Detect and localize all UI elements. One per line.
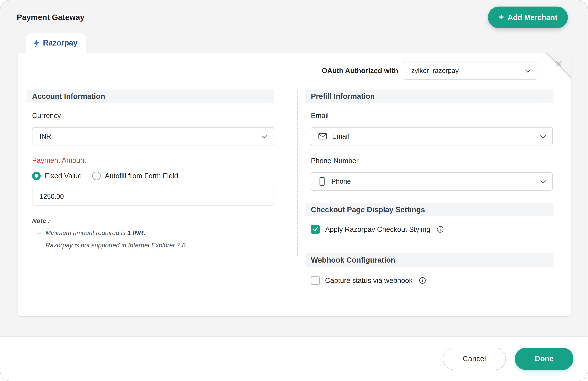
add-merchant-label: Add Merchant [507,13,557,22]
phone-selected-value: Phone [331,178,351,185]
note-item: → Minimum amount required is 1 INR. [32,229,274,237]
checkout-settings-title: Checkout Page Display Settings [311,205,425,214]
radio-selected-icon [32,172,41,180]
apply-styling-checkbox[interactable] [311,225,320,234]
oauth-row: OAuth Authorized with zylker_razorpay [322,61,537,80]
currency-selected-value: INR [40,132,51,140]
account-section-title: Account Information [32,92,105,100]
payment-amount-label: Payment Amount [32,156,274,164]
prefill-information-section: Prefill Information Email Email Phone Nu… [305,90,553,285]
radio-fixed-value-label: Fixed Value [45,172,82,180]
add-merchant-button[interactable]: + Add Merchant [488,6,568,28]
note-text: Minimum amount required is 1 INR. [45,229,145,237]
gateway-config-card: OAuth Authorized with zylker_razorpay Ac… [18,53,571,317]
mobile-phone-icon [318,177,326,186]
currency-select[interactable]: INR [32,127,274,145]
close-icon[interactable] [555,59,563,68]
radio-autofill-label: Autofill from Form Field [105,172,178,180]
page-title: Payment Gateway [17,13,84,22]
apply-styling-label: Apply Razorpay Checkout Styling [325,225,430,234]
apply-styling-row: Apply Razorpay Checkout Styling [311,225,553,234]
arrow-right-icon: → [36,241,42,249]
payment-gateway-window: Payment Gateway + Add Merchant Razorpay … [0,0,588,381]
phone-number-label: Phone Number [311,157,553,165]
payment-amount-radio-group: Fixed Value Autofill from Form Field [32,172,274,180]
done-button[interactable]: Done [515,348,573,370]
razorpay-bolt-icon [34,38,40,48]
vertical-divider [297,91,298,256]
webhook-checkbox[interactable] [311,276,320,285]
prefill-section-title: Prefill Information [311,92,375,100]
oauth-selected-value: zylker_razorpay [411,67,459,75]
checkout-settings-header: Checkout Page Display Settings [305,203,553,216]
chevron-down-icon [525,67,531,75]
account-information-section: Account Information Currency INR Payment… [26,90,274,249]
top-bar: Payment Gateway + Add Merchant [0,0,588,34]
currency-label: Currency [32,112,274,120]
arrow-right-icon: → [36,229,42,237]
footer-action-bar: Cancel Done [0,336,588,381]
radio-fixed-value[interactable]: Fixed Value [32,172,82,180]
note-text: Razorpay is not supported in Internet Ex… [45,241,187,249]
radio-autofill-form-field[interactable]: Autofill from Form Field [92,172,178,180]
email-prefill-select[interactable]: Email [311,127,553,145]
webhook-config-title: Webhook Configuration [311,256,396,264]
radio-unselected-icon [92,172,101,180]
note-item: → Razorpay is not supported in Internet … [32,241,274,249]
plus-icon: + [498,12,504,22]
chevron-down-icon [540,178,546,185]
info-icon[interactable] [437,226,444,233]
webhook-capture-row: Capture status via webhook [311,276,553,285]
envelope-icon [318,133,327,140]
cancel-button[interactable]: Cancel [443,348,506,370]
amount-input[interactable] [32,188,274,205]
email-label: Email [311,112,553,120]
info-icon[interactable] [419,277,426,284]
email-selected-value: Email [332,132,349,140]
webhook-checkbox-label: Capture status via webhook [325,277,413,285]
razorpay-logo-text: Razorpay [43,39,77,47]
oauth-label: OAuth Authorized with [322,67,398,75]
oauth-merchant-select[interactable]: zylker_razorpay [404,61,537,80]
webhook-config-header: Webhook Configuration [305,253,553,267]
phone-prefill-select[interactable]: Phone [311,172,553,191]
chevron-down-icon [540,132,546,140]
account-section-header: Account Information [26,90,274,103]
prefill-section-header: Prefill Information [305,90,553,103]
tab-razorpay[interactable]: Razorpay [26,33,86,53]
note-heading: Note : [32,217,274,224]
chevron-down-icon [262,132,267,140]
